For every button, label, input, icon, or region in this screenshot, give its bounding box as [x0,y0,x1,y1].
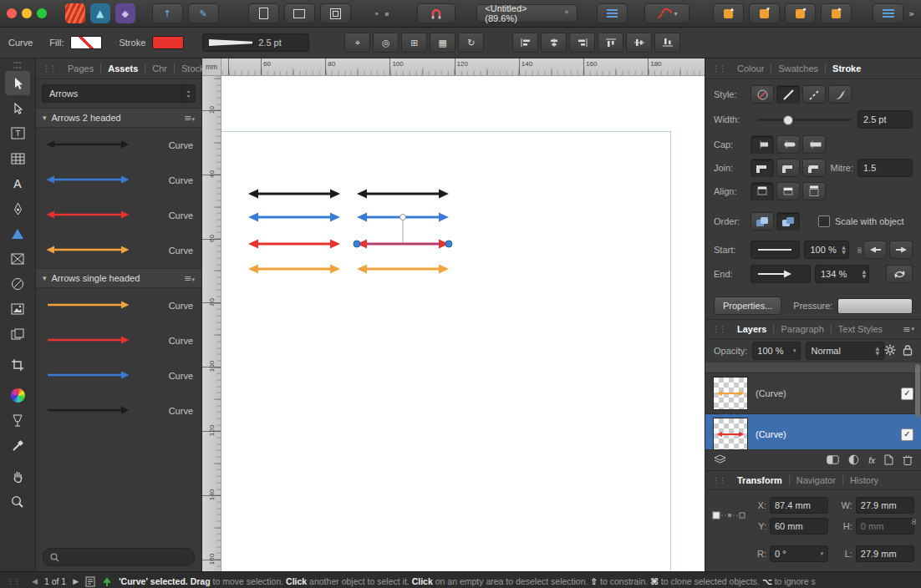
align-center-icon[interactable] [541,33,567,53]
stroke-style-none-icon[interactable] [751,85,774,104]
shape-tool-icon[interactable] [5,221,30,246]
pen-tool-icon[interactable] [5,196,30,220]
panel-drag-handle[interactable]: ⋮⋮ [712,476,725,484]
stroke-swatch[interactable] [152,36,184,49]
layer-effects-icon[interactable]: fx [868,456,875,465]
link-start-end-icon[interactable]: ∞ [854,246,865,253]
square-icon[interactable]: ▪ [384,10,389,18]
tab-history[interactable]: History [842,475,885,485]
arrow-at-start-icon[interactable] [863,241,887,259]
canvas-objects[interactable] [221,75,705,571]
layer-visibility-checkbox[interactable]: ✓ [901,388,913,400]
round-cap-icon[interactable] [776,135,800,154]
pencil-icon[interactable]: ✎ [188,3,219,23]
zoom-window-button[interactable] [37,8,47,18]
rotation-centre-icon[interactable]: ◎ [373,33,399,53]
colour-picker-tool-icon[interactable] [5,433,30,458]
layer-settings-gear-icon[interactable] [884,344,896,357]
section-menu-icon[interactable]: ≡▾ [184,273,195,284]
asset-item[interactable]: Curve [36,163,201,198]
section-menu-icon[interactable]: ≡▾ [184,113,195,124]
link-dimensions-icon[interactable]: ∞ [908,518,919,525]
tab-navigator[interactable]: Navigator [789,475,842,485]
asset-category-dropdown[interactable]: Arrows ▴▾ [42,84,196,103]
end-style-dropdown[interactable] [751,265,811,283]
stroke-behind-fill-icon[interactable] [751,212,774,231]
asset-item[interactable]: Curve [36,393,201,428]
tab-swatches[interactable]: Swatches [771,63,825,74]
arrow-at-end-icon[interactable] [889,241,913,259]
butt-cap-icon[interactable] [751,135,774,154]
width-value-field[interactable]: 2.5 pt [857,110,913,129]
tab-assets[interactable]: Assets [100,63,145,74]
align-left-icon[interactable] [512,33,538,53]
asset-section-header[interactable]: ▾Arrows 2 headed≡▾ [36,108,201,128]
scale-with-object-checkbox[interactable] [818,215,830,227]
width-slider-thumb[interactable] [783,115,793,125]
opacity-dropdown[interactable]: 100 %▾ [752,342,801,360]
previous-page-icon[interactable]: ◀ [32,577,38,585]
asset-item[interactable]: Curve [36,323,201,358]
dot-icon[interactable]: • [374,8,379,19]
asset-section-header[interactable]: ▾Arrows single headed≡▾ [36,268,201,288]
align-bottom-icon[interactable] [654,33,680,53]
blend-mode-dropdown[interactable]: Normal▲▼ [806,342,884,360]
align-right-icon[interactable] [569,33,595,53]
delete-layer-icon[interactable] [903,454,913,467]
collapse-chevron-icon[interactable]: ▾ [43,274,47,282]
transform-origin-icon[interactable]: ⌖ [344,33,370,53]
r-field[interactable]: 0 °▾ [770,545,828,562]
table-tool-icon[interactable] [5,146,30,170]
l-field[interactable]: 27.9 mm [856,545,914,562]
stroke-style-solid-icon[interactable] [776,85,800,104]
panel-menu-icon[interactable]: ≡▾ [903,324,914,335]
y-field[interactable]: 60 mm [770,518,828,535]
stroke-width-preview[interactable]: 2.5 pt [202,33,309,52]
canvas-area[interactable]: mm 6080100120140160180 20406080100120140… [202,58,705,571]
fill-swatch[interactable] [70,36,102,49]
layer-visibility-checkbox[interactable]: ✓ [901,428,913,441]
publisher-persona-icon[interactable] [65,3,85,23]
tab-colour[interactable]: Colour [730,63,771,74]
landscape-page-icon[interactable] [284,3,315,23]
preflight-ok-icon[interactable] [102,576,112,587]
square-cap-icon[interactable] [802,135,826,154]
tab-transform[interactable]: Transform [730,475,789,485]
toolbar-overflow-icon[interactable]: » [908,8,914,19]
vertical-ruler[interactable]: 20406080100120140160 [202,75,221,571]
frame-text-tool-icon[interactable]: T [5,121,30,145]
colour-wheel-icon[interactable] [5,383,30,408]
node-tool-icon[interactable] [5,96,30,120]
lock-icon[interactable] [903,344,913,357]
x-field[interactable]: 87.4 mm [770,497,828,514]
photo-persona-icon[interactable]: ◆ [115,3,135,23]
document-title-dropdown[interactable]: <Untitled> (89.6%) * [476,4,577,23]
document-page[interactable] [221,75,705,571]
move-tool-icon[interactable] [5,71,30,95]
align-stroke-outside-icon[interactable] [802,182,826,200]
start-scale-field[interactable]: 100 %▲▼ [804,241,848,259]
align-stroke-inside-icon[interactable] [776,182,800,200]
h-field[interactable]: 0 mm [856,518,914,535]
arrow-up-icon[interactable]: ↑ [152,3,183,23]
layer-row-partial[interactable] [705,362,921,373]
baseline-grid-icon[interactable] [873,3,903,23]
horizontal-ruler[interactable]: 6080100120140160180 [221,58,705,76]
ruler-unit-corner[interactable]: mm [202,58,221,76]
mitre-value-field[interactable]: 1.5 [857,159,913,177]
panel-drag-handle[interactable]: ⋮⋮ [712,64,725,73]
layer-row[interactable]: (Curve)✓ [705,373,921,414]
align-stroke-centre-icon[interactable] [751,182,774,200]
picture-frame-tool-icon[interactable] [5,246,30,271]
stroke-style-brush-icon[interactable] [828,85,852,104]
rotate-icon[interactable]: ↻ [458,33,484,53]
mitre-join-icon[interactable] [751,159,774,177]
layers-stack-icon[interactable] [714,454,726,467]
adjustment-icon[interactable] [848,454,859,467]
asset-item[interactable]: Curve [36,198,201,233]
new-layer-icon[interactable] [884,454,893,467]
pages-tool-icon[interactable] [5,322,30,346]
portrait-page-icon[interactable] [248,3,279,23]
tab-layers[interactable]: Layers [730,324,773,334]
mask-icon[interactable] [827,455,839,466]
